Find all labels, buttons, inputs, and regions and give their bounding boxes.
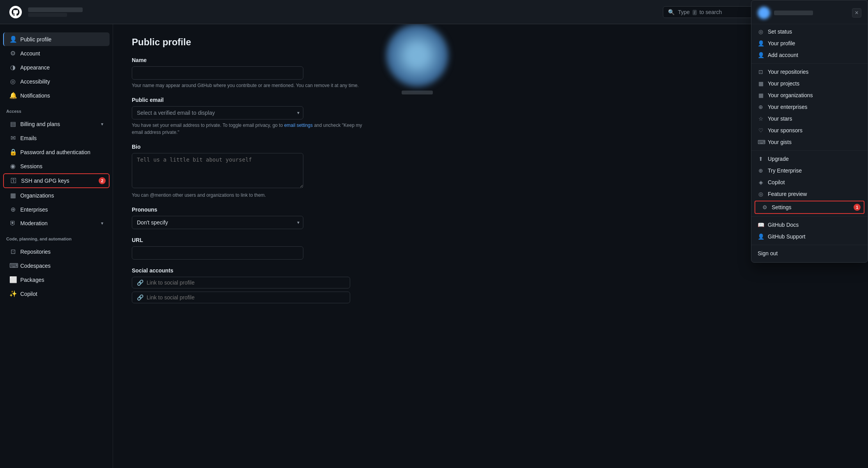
dropdown-item-your-profile[interactable]: 👤 Your profile [751, 37, 868, 49]
sidebar-item-notifications[interactable]: 🔔 Notifications [3, 89, 110, 102]
try-enterprise-icon: ⊕ [758, 167, 764, 174]
dropdown-item-try-enterprise[interactable]: ⊕ Try Enterprise [751, 165, 868, 176]
moderation-arrow-icon: ▾ [101, 221, 103, 226]
github-logo [9, 6, 22, 18]
sidebar-label-appearance: Appearance [20, 64, 50, 71]
dropdown-label-sponsors: Your sponsors [768, 127, 802, 133]
pronouns-select[interactable]: Don't specify He/Him She/Her They/Them [132, 216, 303, 229]
dropdown-item-set-status[interactable]: ◎ Set status [751, 26, 868, 37]
dropdown-item-projects[interactable]: ▦ Your projects [751, 78, 868, 89]
social-input-row-1: 🔗 [132, 277, 350, 288]
dropdown-close-button[interactable]: × [852, 8, 861, 18]
name-input[interactable] [132, 66, 303, 80]
dropdown-label-repositories: Your repositories [768, 69, 809, 75]
topnav: 🔍 Type / to search Go to your p U [0, 0, 868, 24]
dropdown-label-github-docs: GitHub Docs [768, 222, 799, 228]
pronouns-section: Pronouns Don't specify He/Him She/Her Th… [132, 206, 445, 229]
name-hint: Your name may appear around GitHub where… [132, 82, 374, 89]
dropdown-item-repositories[interactable]: ⊡ Your repositories [751, 66, 868, 78]
email-settings-link[interactable]: email settings [284, 123, 313, 128]
dropdown-label-settings: Settings [772, 204, 792, 210]
page-layout: 👤 Public profile ⚙ Account ◑ Appearance … [0, 24, 868, 468]
sidebar-item-codespaces[interactable]: ⌨ Codespaces [3, 259, 110, 272]
copilot-menu-icon: ◈ [758, 179, 764, 185]
dropdown-label-gists: Your gists [768, 139, 792, 145]
sidebar-item-accessibility[interactable]: ◎ Accessibility [3, 75, 110, 88]
upgrade-icon: ⬆ [758, 156, 764, 162]
dropdown-divider-3 [751, 216, 868, 217]
url-label: URL [132, 237, 445, 243]
dropdown-item-add-account[interactable]: 👤 Add account [751, 49, 868, 61]
main-content: Public profile Name Your name may appear… [113, 24, 464, 468]
dropdown-label-stars: Your stars [768, 116, 792, 122]
pronouns-select-wrapper: Don't specify He/Him She/Her They/Them ▾ [132, 216, 303, 229]
dropdown-item-gists[interactable]: ⌨ Your gists [751, 136, 868, 148]
sidebar-item-appearance[interactable]: ◑ Appearance [3, 61, 110, 74]
dropdown-label-github-support: GitHub Support [768, 233, 806, 240]
shield-icon: ⛨ [9, 220, 16, 227]
access-section-label: Access [0, 103, 113, 117]
person-icon: 👤 [9, 36, 16, 43]
social-input-2[interactable] [147, 294, 345, 301]
enterprise-icon: ⊕ [9, 206, 16, 213]
codespaces-icon: ⌨ [9, 262, 16, 269]
link-icon-2: 🔗 [137, 294, 143, 301]
sidebar-item-ssh-gpg[interactable]: ⚿ SSH and GPG keys 2 [4, 174, 109, 187]
profile-icon: 👤 [758, 40, 764, 46]
social-input-1[interactable] [147, 279, 345, 286]
sidebar-label-emails: Emails [20, 135, 37, 141]
accessibility-icon: ◎ [9, 78, 16, 85]
sidebar-item-emails[interactable]: ✉ Emails [3, 131, 110, 145]
sidebar-item-password[interactable]: 🔒 Password and authentication [3, 145, 110, 159]
sidebar-item-public-profile[interactable]: 👤 Public profile [3, 32, 110, 46]
dropdown-item-upgrade[interactable]: ⬆ Upgrade [751, 153, 868, 165]
dropdown-item-stars[interactable]: ☆ Your stars [751, 113, 868, 125]
topnav-user-info [28, 7, 83, 17]
dropdown-item-organizations[interactable]: ▦ Your organizations [751, 89, 868, 101]
dropdown-item-settings[interactable]: ⚙ Settings 1 [755, 201, 864, 213]
sidebar-label-codespaces: Codespaces [20, 263, 51, 269]
billing-arrow-icon: ▾ [101, 121, 103, 127]
settings-icon: ⚙ [762, 204, 768, 210]
email-label: Public email [132, 97, 445, 103]
sidebar-item-copilot[interactable]: ✨ Copilot [3, 287, 110, 301]
sidebar-label-sessions: Sessions [20, 163, 43, 169]
sidebar-label-public-profile: Public profile [20, 36, 51, 43]
sidebar-label-notifications: Notifications [20, 93, 50, 99]
sidebar-label-account: Account [20, 50, 40, 57]
dropdown-divider-4 [751, 245, 868, 245]
dropdown-item-sign-out[interactable]: Sign out [751, 247, 868, 259]
bio-textarea[interactable] [132, 153, 303, 188]
sidebar-item-enterprises[interactable]: ⊕ Enterprises [3, 203, 110, 216]
dropdown-username-blurred [774, 11, 813, 15]
dropdown-item-enterprises[interactable]: ⊕ Your enterprises [751, 101, 868, 113]
sidebar-item-account[interactable]: ⚙ Account [3, 46, 110, 60]
email-select[interactable]: Select a verified email to display [132, 106, 303, 119]
sidebar-item-repositories[interactable]: ⊡ Repositories [3, 245, 110, 258]
dropdown-item-sponsors[interactable]: ♡ Your sponsors [751, 125, 868, 136]
sidebar-label-billing: Billing and plans [20, 121, 60, 127]
sidebar-item-sessions[interactable]: ◉ Sessions [3, 159, 110, 173]
topnav-username-blur [28, 7, 83, 12]
sidebar-label-password: Password and authentication [20, 149, 90, 155]
url-input[interactable] [132, 246, 303, 260]
sidebar-item-billing[interactable]: ▤ Billing and plans ▾ [3, 117, 110, 131]
dropdown-item-feature-preview[interactable]: ◎ Feature preview [751, 188, 868, 200]
code-section-label: Code, planning, and automation [0, 230, 113, 244]
bio-label: Bio [132, 144, 445, 150]
sidebar-item-organizations[interactable]: ▦ Organizations [3, 189, 110, 202]
dropdown-item-copilot[interactable]: ◈ Copilot [751, 176, 868, 188]
sidebar-label-organizations: Organizations [20, 192, 54, 199]
dropdown-divider-2 [751, 150, 868, 151]
link-icon-1: 🔗 [137, 279, 143, 286]
dropdown-item-github-docs[interactable]: 📖 GitHub Docs [751, 219, 868, 231]
folder-icon: ⊡ [9, 248, 16, 255]
search-icon: 🔍 [668, 9, 675, 15]
sidebar-item-moderation[interactable]: ⛨ Moderation ▾ [3, 217, 110, 230]
sidebar-item-packages[interactable]: ⬜ Packages [3, 273, 110, 286]
url-section: URL [132, 237, 445, 260]
dropdown-item-github-support[interactable]: 👤 GitHub Support [751, 231, 868, 242]
sponsors-icon: ♡ [758, 127, 764, 133]
avatar-username-blur [402, 91, 433, 94]
repo-icon: ⊡ [758, 69, 764, 75]
